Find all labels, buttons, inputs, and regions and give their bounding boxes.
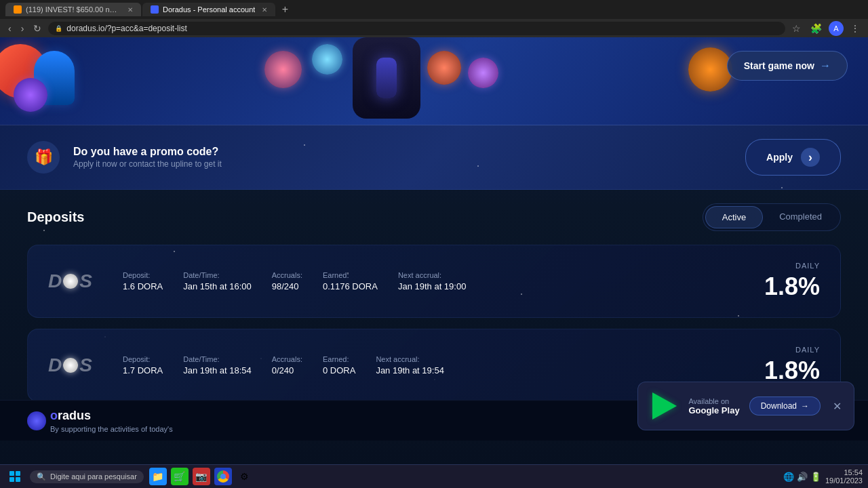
next-accrual-label-2: Next accrual: xyxy=(376,355,443,363)
taskbar-app-explorer[interactable]: 📁 xyxy=(149,468,167,485)
footer-logo: o radus By supporting the activities of … xyxy=(27,409,173,433)
download-arrow: → xyxy=(801,401,809,411)
deposit-logo-2: D S xyxy=(48,354,102,376)
logo-rest-1: S xyxy=(79,270,92,292)
earned-value-1: 0.1176 DORA xyxy=(323,281,378,291)
google-play-text: Available on Google Play xyxy=(688,397,739,415)
tab-close-active[interactable]: ✕ xyxy=(262,6,267,14)
profile-button[interactable]: A xyxy=(829,21,844,36)
start-button[interactable] xyxy=(5,467,24,486)
datetime-label-2: Date/Time: xyxy=(183,355,251,363)
next-accrual-label-1: Next accrual: xyxy=(398,271,466,279)
deposit-amount-1: Deposit: 1.6 DORA xyxy=(123,271,163,291)
deposit-value-2: 1.7 DORA xyxy=(123,365,163,375)
promo-icon: 🎁 xyxy=(27,141,60,174)
datetime-value-1: Jan 15th at 16:00 xyxy=(183,281,251,291)
page-content: Start game now → 🎁 Do you have a promo c… xyxy=(0,37,868,464)
forward-button[interactable]: › xyxy=(18,22,27,35)
deposits-title: Deposits xyxy=(27,209,84,225)
deposit-info-2: Deposit: 1.7 DORA Date/Time: Jan 19th at… xyxy=(123,355,744,375)
apply-label: Apply xyxy=(766,152,793,163)
tab-completed-button[interactable]: Completed xyxy=(763,206,838,228)
win-square-1 xyxy=(9,471,14,476)
datetime-label-1: Date/Time: xyxy=(183,271,251,279)
deposits-tab-group: Active Completed xyxy=(703,203,841,231)
google-play-banner: Available on Google Play Download → ✕ xyxy=(637,382,854,430)
taskbar-search-bar[interactable]: 🔍 Digite aqui para pesquisar xyxy=(30,470,144,483)
menu-button[interactable]: ⋮ xyxy=(848,22,863,35)
accruals-label-1: Accruals: xyxy=(272,271,302,279)
volume-icon: 🔊 xyxy=(797,472,808,482)
taskbar-app-store[interactable]: 🛒 xyxy=(171,468,189,485)
tab-close-inactive[interactable]: ✕ xyxy=(127,6,133,14)
play-triangle-icon xyxy=(652,392,677,420)
footer-logo-d: o xyxy=(50,409,58,423)
google-play-store-label: Google Play xyxy=(688,405,739,415)
deposit-logo-1: D S xyxy=(48,270,102,292)
taskbar-app-photos[interactable]: 📷 xyxy=(193,468,210,485)
tab-favicon xyxy=(14,5,22,14)
tab-active[interactable]: Doradus - Personal account ✕ xyxy=(142,3,275,16)
win-square-3 xyxy=(9,477,14,482)
taskbar-apps: 📁 🛒 📷 ⚙ xyxy=(149,468,781,485)
deposits-header: Deposits Active Completed xyxy=(27,203,841,231)
tab-completed-label: Completed xyxy=(779,211,822,222)
address-bar[interactable]: 🔒 doradus.io/?p=acc&a=deposit-list xyxy=(48,22,785,35)
extensions-button[interactable]: 🧩 xyxy=(808,22,825,35)
footer-tagline: By supporting the activities of today's xyxy=(50,425,173,433)
clock-time: 15:54 xyxy=(825,468,863,476)
tab-label-active: Doradus - Personal account xyxy=(163,5,255,14)
deposit-daily-1: DAILY 1.8% xyxy=(764,262,820,301)
deposit-accruals-2: Accruals: 0/240 xyxy=(272,355,302,375)
earned-value-2: 0 DORA xyxy=(323,365,355,375)
taskbar-right: 🌐 🔊 🔋 15:54 19/01/2023 xyxy=(783,468,863,485)
apply-button[interactable]: Apply › xyxy=(745,139,841,176)
logo-circle-1 xyxy=(63,274,78,289)
datetime-value-2: Jan 19th at 18:54 xyxy=(183,365,251,375)
tab-inactive[interactable]: (119) INVEST! $650.00 na DORA... ✕ xyxy=(5,3,141,16)
accruals-value-1: 98/240 xyxy=(272,281,302,291)
accruals-value-2: 0/240 xyxy=(272,365,302,375)
download-label: Download xyxy=(761,401,797,411)
windows-icon xyxy=(9,471,20,482)
taskbar-app-chrome[interactable] xyxy=(214,468,232,485)
next-accrual-value-2: Jan 19th at 19:54 xyxy=(376,365,443,375)
bookmark-button[interactable]: ☆ xyxy=(789,22,804,35)
deposit-next-accrual-1: Next accrual: Jan 19th at 19:00 xyxy=(398,271,466,291)
tab-favicon-active xyxy=(151,5,159,14)
deposit-card-1: D S Deposit: 1.6 DORA Date/Time: Jan 15t… xyxy=(27,245,841,318)
header-banner: Start game now → xyxy=(0,37,868,125)
logo-circle-2 xyxy=(63,358,78,373)
reload-button[interactable]: ↻ xyxy=(31,22,44,35)
taskbar-app-more[interactable]: ⚙ xyxy=(236,468,254,485)
daily-label-2: DAILY xyxy=(764,346,820,354)
promo-subtitle: Apply it now or contact the upline to ge… xyxy=(73,159,222,169)
download-button[interactable]: Download → xyxy=(749,396,821,415)
google-play-close-button[interactable]: ✕ xyxy=(833,400,842,413)
start-game-button[interactable]: Start game now → xyxy=(727,51,848,81)
deposit-value-1: 1.6 DORA xyxy=(123,281,163,291)
deposit-info-1: Deposit: 1.6 DORA Date/Time: Jan 15th at… xyxy=(123,271,744,291)
deposit-label-1: Deposit: xyxy=(123,271,163,279)
taskbar-clock: 15:54 19/01/2023 xyxy=(825,468,863,485)
address-text: doradus.io/?p=acc&a=deposit-list xyxy=(66,24,186,33)
tab-active-button[interactable]: Active xyxy=(705,206,763,228)
network-icon: 🌐 xyxy=(783,472,794,482)
back-button[interactable]: ‹ xyxy=(5,22,14,35)
deposit-earned-1: Earned: 0.1176 DORA xyxy=(323,271,378,291)
taskbar-search-text: Digite aqui para pesquisar xyxy=(50,472,137,481)
clock-date: 19/01/2023 xyxy=(825,476,863,485)
promo-left: 🎁 Do you have a promo code? Apply it now… xyxy=(27,141,222,174)
win-square-2 xyxy=(16,471,20,476)
header-characters xyxy=(0,37,868,125)
address-bar-row: ‹ › ↻ 🔒 doradus.io/?p=acc&a=deposit-list… xyxy=(0,19,868,37)
footer-logo-circle xyxy=(27,411,46,430)
deposit-accruals-1: Accruals: 98/240 xyxy=(272,271,302,291)
new-tab-button[interactable]: + xyxy=(277,2,293,17)
logo-d-1: D xyxy=(48,270,62,292)
deposit-label-2: Deposit: xyxy=(123,355,163,363)
daily-label-1: DAILY xyxy=(764,262,820,270)
notification-icons: 🌐 🔊 🔋 xyxy=(783,472,821,482)
start-game-label: Start game now xyxy=(744,60,814,71)
earned-label-2: Earned: xyxy=(323,355,355,363)
